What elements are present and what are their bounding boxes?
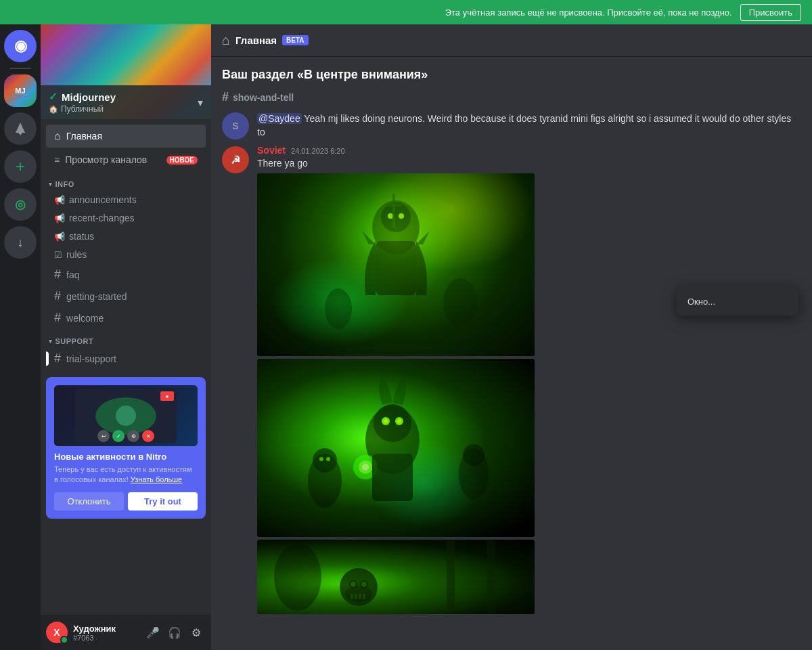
svg-rect-10 [386,204,402,207]
svg-point-12 [374,404,411,442]
hash-getting-started-icon: # [54,289,61,303]
message-header-soviet: Soviet 24.01.2023 6:20 [257,145,801,156]
deafen-button[interactable]: 🎧 [165,623,184,642]
channel-home-icon: ⌂ [222,32,230,48]
category-support: ▾ SUPPORT [41,329,211,348]
okno-popup: Окно... [677,287,798,316]
channel-sidebar: ✓ Midjourney 🏠 Публичный ▾ ⌂ Главная ≡ [41,24,211,650]
message-group-soviet: ☭ Soviet 24.01.2023 6:20 There ya go [211,145,812,614]
svg-point-24 [326,457,330,461]
server-header-overlay: ✓ Midjourney 🏠 Публичный ▾ [41,85,211,119]
channel-display-name: show-and-tell [233,92,294,103]
svg-point-3 [399,213,404,219]
svg-point-32 [361,582,367,587]
nitro-promo-card: ● ↩ ✓ ⚙ ✕ Новые активности в Nitro Тепер… [46,377,206,519]
channel-getting-started[interactable]: # getting-started [46,286,206,307]
avatar-saydee: S [222,112,249,139]
beta-badge: BETA [282,35,308,45]
svg-point-1 [381,202,411,232]
svg-rect-33 [351,594,353,599]
user-tag: #7063 [73,634,138,642]
nitro-desc: Теперь у вас есть доступ к активностям в… [54,464,198,485]
svg-rect-20 [372,454,413,501]
download-icon[interactable]: ↓ [4,226,37,259]
sidebar-item-home[interactable]: ⌂ Главная [46,125,206,148]
midjourney-server-icon[interactable]: MJ [4,74,37,107]
server-rail: ◉ MJ + ◎ ↓ [0,24,41,650]
svg-point-22 [313,448,337,473]
hash-welcome-icon: # [54,311,61,325]
discord-home-icon[interactable]: ◉ [4,30,37,62]
svg-point-8 [443,278,477,326]
svg-rect-35 [359,594,361,599]
active-channel-indicator [46,351,49,366]
user-bar: Х Художник #7063 🎤 🎧 ⚙ [41,615,211,650]
megaphone3-icon: 📢 [54,232,65,242]
username: Художник [73,624,138,634]
svg-point-23 [319,457,323,461]
svg-rect-4 [376,241,416,295]
server-chevron-icon[interactable]: ▾ [198,96,203,109]
message-content-soviet: Soviet 24.01.2023 6:20 There ya go [257,145,801,614]
home-nav-icon: ⌂ [54,130,61,142]
warhammer-image-1 [257,173,535,356]
user-avatar: Х [46,622,68,643]
claim-button[interactable]: Присвоить [740,4,801,21]
sailboat-server-icon[interactable] [4,112,37,145]
support-collapse-icon[interactable]: ▾ [49,338,53,345]
nitro-try-button[interactable]: Try it out [128,492,198,511]
nitro-learn-more-link[interactable]: Узнать больше [131,475,182,483]
svg-point-19 [362,464,369,471]
message-text-saydee: @Saydee Yeah mj likes doing neurons. Wei… [257,112,801,139]
server-banner: ✓ Midjourney 🏠 Публичный ▾ [41,24,211,119]
nitro-preview-image: ● ↩ ✓ ⚙ ✕ [54,385,198,446]
channel-header-title: Главная [235,35,277,46]
browse-icon: ≡ [54,154,60,165]
message-group-saydee: S @Saydee Yeah mj likes doing neurons. W… [211,112,812,139]
message-time-soviet: 24.01.2023 6:20 [291,147,345,155]
nitro-dismiss-button[interactable]: Отклонить [54,492,124,511]
hash-faq-icon: # [54,267,61,282]
add-server-icon[interactable]: + [4,150,37,183]
channel-faq[interactable]: # faq [46,264,206,285]
mute-button[interactable]: 🎤 [143,623,162,642]
top-banner: Эта учётная запись ещё не присвоена. При… [0,0,812,24]
rules-icon: ☑ [54,250,62,260]
channel-recent-changes[interactable]: 📢 recent-changes [46,209,206,227]
author-soviet: Soviet [257,145,286,156]
message-text-soviet: There ya go [257,157,801,171]
svg-point-15 [384,419,388,423]
server-public-label: 🏠 Публичный [49,104,116,114]
nitro-actions: Отклонить Try it out [54,492,198,511]
svg-rect-34 [355,594,357,599]
channel-hash-icon: # [222,90,229,104]
channel-welcome[interactable]: # welcome [46,307,206,328]
settings-button[interactable]: ⚙ [187,623,206,642]
okno-text: Окно... [687,297,715,307]
browse-new-badge: НОВОЕ [166,156,198,165]
image-grid [257,171,535,614]
warhammer-image-3 [257,540,535,614]
megaphone-icon: 📢 [54,195,65,205]
channel-rules[interactable]: ☑ rules [46,246,206,263]
channel-status[interactable]: 📢 status [46,228,206,245]
svg-point-39 [274,543,321,611]
svg-rect-36 [363,594,365,599]
svg-rect-9 [392,194,395,228]
svg-point-31 [351,582,356,587]
svg-rect-37 [447,540,455,614]
category-collapse-icon[interactable]: ▾ [49,181,53,188]
server-name: ✓ Midjourney [49,91,116,103]
category-info: ▾ INFO [41,172,211,191]
channel-announcements[interactable]: 📢 announcements [46,191,206,209]
channel-trial-support[interactable]: # trial-support [46,348,206,369]
avatar-soviet: ☭ [222,146,249,173]
sidebar-item-browse[interactable]: ≡ Просмотр каналов НОВОЕ [46,149,206,171]
channel-header: ⌂ Главная BETA [211,24,812,57]
explore-servers-icon[interactable]: ◎ [4,188,37,221]
banner-text: Эта учётная запись ещё не присвоена. При… [445,7,732,18]
svg-point-16 [397,419,401,423]
channel-list: ⌂ Главная ≡ Просмотр каналов НОВОЕ ▾ INF… [41,119,211,615]
mention-saydee: @Saydee [257,113,302,124]
messages-area: Ваш раздел «В центре внимания» # show-an… [211,57,812,650]
